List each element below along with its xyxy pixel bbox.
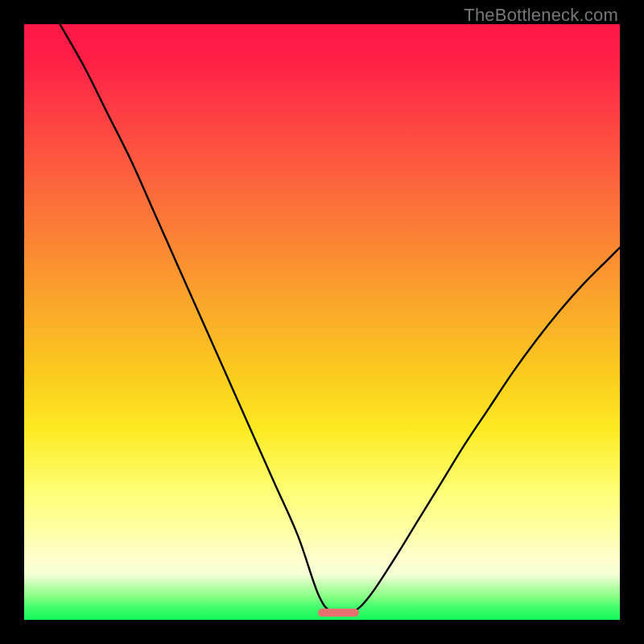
curve-svg [24, 24, 620, 620]
chart-frame: TheBottleneck.com [0, 0, 644, 644]
watermark-text: TheBottleneck.com [464, 5, 618, 26]
bottleneck-curve [60, 24, 620, 615]
plot-area [24, 24, 620, 620]
